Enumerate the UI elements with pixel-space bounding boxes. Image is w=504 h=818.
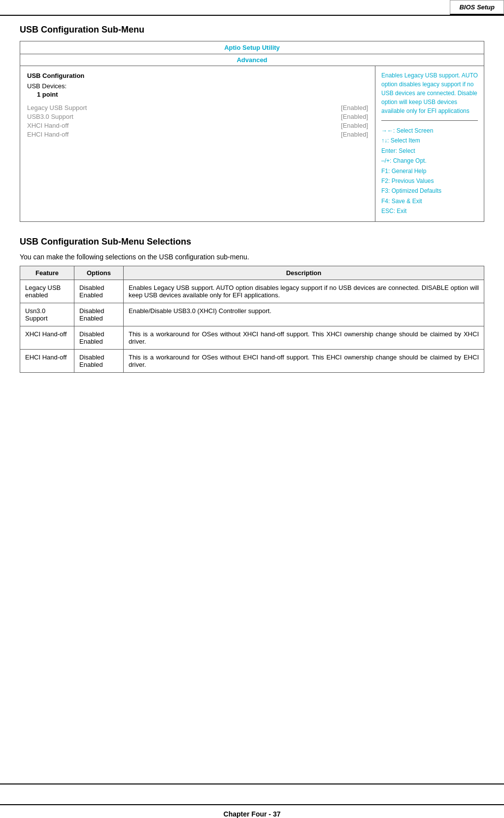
table-cell-description: This is a workaround for OSes without EH… xyxy=(124,349,484,372)
table-row: XHCI Hand-offDisabled EnabledThis is a w… xyxy=(20,326,484,349)
table-cell-description: This is a workaround for OSes without XH… xyxy=(124,326,484,349)
table-cell-options: Disabled Enabled xyxy=(74,349,124,372)
bios-setting-value: [Enabled] xyxy=(341,113,368,120)
table-cell-description: Enable/Disable USB3.0 (XHCI) Controller … xyxy=(124,303,484,326)
bios-nav-item: F2: Previous Values xyxy=(381,176,478,186)
bios-help-text: Enables Legacy USB support. AUTO option … xyxy=(381,71,478,121)
bios-advanced-subheader: Advanced xyxy=(20,54,484,66)
table-header: Description xyxy=(124,266,484,280)
bios-nav-item: F1: General Help xyxy=(381,166,478,176)
bios-settings-list: Legacy USB Support [Enabled] USB3.0 Supp… xyxy=(27,104,368,138)
bios-setting-value: [Enabled] xyxy=(341,131,368,138)
bios-setting-row: Legacy USB Support [Enabled] xyxy=(27,104,368,111)
section2-title: USB Configuration Sub-Menu Selections xyxy=(20,237,484,247)
table-row: Legacy USB enabledDisabled EnabledEnable… xyxy=(20,280,484,303)
table-cell-feature: Usn3.0 Support xyxy=(20,303,74,326)
section1: USB Configuration Sub-Menu Aptio Setup U… xyxy=(20,25,484,222)
usb-configuration-label: USB Configuration xyxy=(27,72,368,79)
bios-setting-name: EHCI Hand-off xyxy=(27,131,68,138)
bios-setting-row: XHCI Hand-off [Enabled] xyxy=(27,122,368,129)
bios-setting-row: USB3.0 Support [Enabled] xyxy=(27,113,368,120)
bios-nav-item: F4: Save & Exit xyxy=(381,196,478,206)
bios-nav-item: →←: Select Screen xyxy=(381,126,478,136)
bios-setup-tab: BIOS Setup xyxy=(450,0,504,15)
section2: USB Configuration Sub-Menu Selections Yo… xyxy=(20,237,484,373)
bios-left-panel: USB Configuration USB Devices: 1 point L… xyxy=(20,66,375,221)
table-cell-options: Disabled Enabled xyxy=(74,280,124,303)
bios-box-body: USB Configuration USB Devices: 1 point L… xyxy=(20,66,484,221)
table-row: Usn3.0 SupportDisabled EnabledEnable/Dis… xyxy=(20,303,484,326)
bios-setting-name: Legacy USB Support xyxy=(27,104,87,111)
bios-setting-value: [Enabled] xyxy=(341,122,368,129)
top-border xyxy=(0,15,504,16)
bios-setup-box: Aptio Setup Utility Advanced USB Configu… xyxy=(20,41,484,222)
table-cell-feature: Legacy USB enabled xyxy=(20,280,74,303)
footer-label: Chapter Four - 37 xyxy=(0,804,504,818)
selections-table: FeatureOptionsDescriptionLegacy USB enab… xyxy=(20,266,484,373)
table-cell-feature: XHCI Hand-off xyxy=(20,326,74,349)
bios-setting-value: [Enabled] xyxy=(341,104,368,111)
table-cell-options: Disabled Enabled xyxy=(74,303,124,326)
section1-title: USB Configuration Sub-Menu xyxy=(20,25,484,35)
bios-right-panel: Enables Legacy USB support. AUTO option … xyxy=(375,66,484,221)
bios-nav-item: ESC: Exit xyxy=(381,206,478,216)
bios-setting-row: EHCI Hand-off [Enabled] xyxy=(27,131,368,138)
bios-setting-name: USB3.0 Support xyxy=(27,113,73,120)
table-header: Feature xyxy=(20,266,74,280)
usb-devices-label: USB Devices: xyxy=(27,82,368,90)
usb-devices-value: 1 point xyxy=(37,91,368,98)
bios-nav-item: ↑↓: Select Item xyxy=(381,136,478,145)
section2-description: You can make the following selections on… xyxy=(20,253,484,261)
bios-nav-item: F3: Optimized Defaults xyxy=(381,186,478,196)
table-cell-description: Enables Legacy USB support. AUTO option … xyxy=(124,280,484,303)
bios-nav-item: –/+: Change Opt. xyxy=(381,156,478,166)
table-row: EHCI Hand-offDisabled EnabledThis is a w… xyxy=(20,349,484,372)
table-cell-options: Disabled Enabled xyxy=(74,326,124,349)
bios-aptio-header: Aptio Setup Utility xyxy=(20,41,484,54)
bios-nav-item: Enter: Select xyxy=(381,146,478,156)
bios-setting-name: XHCI Hand-off xyxy=(27,122,68,129)
table-header: Options xyxy=(74,266,124,280)
bios-nav-list: →←: Select Screen↑↓: Select ItemEnter: S… xyxy=(381,126,478,216)
table-cell-feature: EHCI Hand-off xyxy=(20,349,74,372)
